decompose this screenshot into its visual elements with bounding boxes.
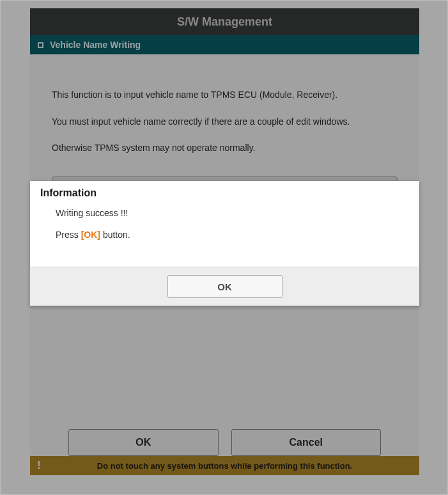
press-ok-highlight: [OK] (81, 230, 100, 240)
app-frame: S/W Management Vehicle Name Writing This… (0, 0, 448, 495)
information-dialog: Information Writing success !!! Press [O… (30, 181, 419, 306)
dialog-message-2: Press [OK] button. (56, 230, 394, 240)
dialog-title: Information (30, 181, 419, 204)
press-suffix: button. (100, 230, 130, 240)
dialog-footer: OK (30, 267, 419, 306)
press-prefix: Press (56, 230, 81, 240)
dialog-ok-button[interactable]: OK (167, 275, 282, 298)
dialog-message-1: Writing success !!! (56, 208, 394, 218)
dialog-body: Writing success !!! Press [OK] button. (30, 204, 419, 267)
